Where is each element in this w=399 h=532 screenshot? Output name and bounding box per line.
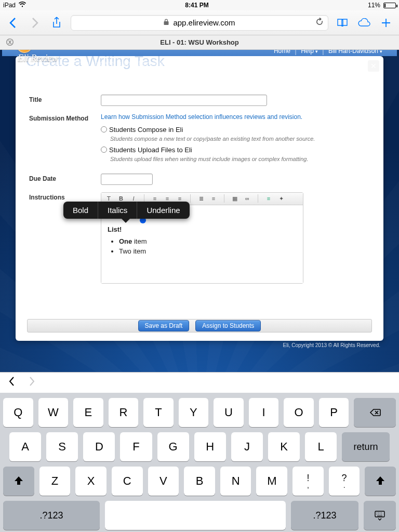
reload-button[interactable] [315, 17, 324, 29]
key-mode-left[interactable]: .?123 [3, 501, 100, 530]
url-host: app.elireview.com [173, 18, 235, 27]
key-d[interactable]: D [83, 432, 115, 461]
key-space[interactable] [105, 501, 286, 530]
radio-compose-label: Students Compose in Eli [109, 126, 183, 134]
label-submission: Submission Method [29, 113, 101, 166]
key-row-2: A S D F G H J K L return [3, 432, 396, 461]
wifi-icon [19, 2, 26, 9]
key-row-3: Z X C V B N M !, ?. [3, 467, 396, 496]
radio-upload-label: Students Upload Files to Eli [109, 146, 192, 154]
editor-numlist-icon[interactable]: ≡ [209, 194, 218, 203]
copyright: Eli, Copyright 2013 © All Rights Reserve… [283, 342, 380, 348]
key-c[interactable]: C [112, 467, 143, 496]
save-draft-button[interactable]: Save as Draft [138, 320, 190, 331]
footer-action-bar: Save as Draft Assign to Students [27, 319, 372, 332]
label-due: Due Date [29, 174, 101, 185]
submission-learn-link[interactable]: Learn how Submission Method selection in… [101, 113, 370, 121]
battery-percent: 11% [368, 2, 380, 9]
share-button[interactable] [49, 15, 64, 31]
key-w[interactable]: W [38, 398, 69, 427]
key-l[interactable]: L [305, 432, 337, 461]
key-return[interactable]: return [342, 432, 390, 461]
back-button[interactable] [5, 15, 21, 31]
key-backspace[interactable] [354, 398, 396, 427]
popover-bold[interactable]: Bold [63, 202, 98, 219]
editor-color-icon[interactable]: ≡ [264, 194, 273, 203]
forward-button[interactable] [27, 15, 43, 31]
device-label: iPad [3, 2, 16, 9]
tab-title: ELI - 01: WSU Workshop [160, 38, 238, 46]
form-next-button[interactable] [28, 376, 35, 389]
close-tab-icon[interactable]: ⓧ [6, 38, 14, 47]
nav-help[interactable]: Help▾ [301, 50, 318, 55]
banner-text: Writing Tasks are how students submit th… [29, 59, 370, 77]
new-tab-button[interactable] [378, 15, 394, 31]
address-bar[interactable]: app.elireview.com [71, 15, 328, 31]
due-date-input[interactable] [101, 174, 153, 185]
editor-table-icon[interactable]: ▦ [231, 194, 239, 203]
key-hide-keyboard[interactable] [364, 501, 396, 530]
banner-link[interactable]: Learn more about Writing Tasks. [68, 69, 157, 76]
key-shift-right[interactable] [365, 467, 396, 496]
editor-heading: List! [108, 225, 297, 233]
battery-icon [383, 3, 396, 8]
editor-list-icon[interactable]: ≣ [197, 194, 205, 203]
key-v[interactable]: V [148, 467, 179, 496]
page-background: ✕ Create a Writing Task Eli Review Home … [0, 50, 399, 372]
onscreen-keyboard: Q W E R T Y U I O P A S D F G H J K L re… [0, 393, 399, 532]
keyboard-accessory-bar [0, 372, 399, 393]
key-p[interactable]: P [319, 398, 349, 427]
key-b[interactable]: B [184, 467, 215, 496]
lock-icon [164, 19, 169, 26]
label-title: Title [29, 95, 101, 106]
popover-italics[interactable]: Italics [98, 202, 137, 219]
radio-compose[interactable] [101, 126, 107, 132]
tab-bar[interactable]: ⓧ ELI - 01: WSU Workshop [0, 35, 399, 50]
clock: 8:41 PM [185, 2, 208, 9]
key-x[interactable]: X [75, 467, 107, 496]
editor-more-icon[interactable]: ✦ [277, 194, 285, 203]
list-item: One item [119, 237, 297, 245]
key-q[interactable]: Q [3, 398, 33, 427]
key-j[interactable]: J [231, 432, 263, 461]
top-nav: Home | Help▾ | Bill Hart-Davidson▾ [274, 50, 382, 56]
key-period[interactable]: ?. [329, 467, 360, 496]
form-prev-button[interactable] [8, 376, 16, 389]
key-mode-right[interactable]: .?123 [291, 501, 358, 530]
radio-upload[interactable] [101, 147, 107, 153]
key-g[interactable]: G [157, 432, 189, 461]
key-u[interactable]: U [214, 398, 244, 427]
key-row-1: Q W E R T Y U I O P [3, 398, 396, 427]
key-t[interactable]: T [143, 398, 174, 427]
icloud-tabs-button[interactable] [356, 15, 372, 31]
key-h[interactable]: H [194, 432, 226, 461]
safari-toolbar: app.elireview.com [0, 10, 399, 35]
nav-home[interactable]: Home [274, 50, 290, 55]
key-k[interactable]: K [268, 432, 300, 461]
key-f[interactable]: F [120, 432, 152, 461]
popover-underline[interactable]: Underline [137, 202, 189, 219]
key-comma[interactable]: !, [292, 467, 324, 496]
key-a[interactable]: A [9, 432, 41, 461]
assign-button[interactable]: Assign to Students [195, 320, 261, 331]
key-n[interactable]: N [220, 467, 251, 496]
editor-list: One item Two item [119, 237, 297, 255]
key-y[interactable]: Y [179, 398, 209, 427]
key-row-4: .?123 .?123 [3, 501, 396, 530]
key-o[interactable]: O [284, 398, 314, 427]
key-m[interactable]: M [256, 467, 287, 496]
key-s[interactable]: S [46, 432, 78, 461]
key-r[interactable]: R [109, 398, 139, 427]
title-input[interactable] [101, 95, 267, 106]
upload-helper: Students upload files when writing must … [110, 156, 370, 162]
text-format-popover: Bold Italics Underline [63, 202, 190, 219]
bookmarks-button[interactable] [335, 15, 350, 31]
key-e[interactable]: E [73, 398, 103, 427]
nav-user[interactable]: Bill Hart-Davidson▾ [328, 50, 382, 55]
key-z[interactable]: Z [39, 467, 71, 496]
key-shift-left[interactable] [3, 467, 34, 496]
key-i[interactable]: I [249, 398, 279, 427]
modal-panel: ✕ Create a Writing Task Eli Review Home … [16, 56, 383, 341]
editor-link-icon[interactable]: ∞ [243, 194, 251, 203]
ios-status-bar: iPad 8:41 PM 11% [0, 0, 399, 10]
